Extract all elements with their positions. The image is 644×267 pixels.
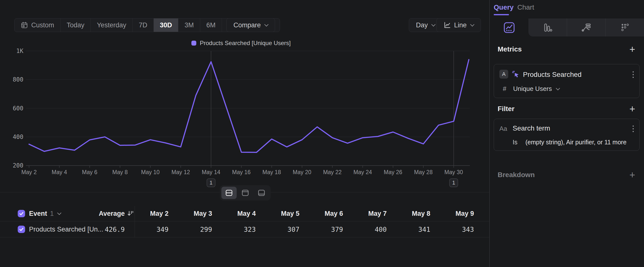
line-chart-icon (444, 22, 451, 29)
svg-text:1: 1 (452, 180, 455, 186)
annotation-badge[interactable]: 1 (207, 179, 215, 187)
legend-label: Products Searched [Unique Users] (200, 40, 291, 47)
annotation-badge[interactable]: 1 (450, 179, 458, 187)
y-tick-label: 1K (16, 48, 23, 55)
tab-chart[interactable]: Chart (517, 4, 534, 11)
event-header[interactable]: Event 1 (29, 206, 61, 221)
range-custom[interactable]: Custom (14, 19, 60, 32)
chevron-down-icon (264, 23, 268, 27)
bar-chart-icon (542, 22, 553, 33)
range-30d[interactable]: 30D (154, 19, 178, 32)
x-tick-label: May 20 (293, 169, 311, 175)
date-column-header[interactable]: May 2 (129, 206, 168, 221)
x-tick-label: May 16 (232, 169, 250, 175)
x-tick-label: May 22 (323, 169, 342, 175)
view-toggle-group (220, 185, 270, 200)
metrics-section-title: Metrics (498, 45, 522, 53)
analytics-app: CustomTodayYesterday7D30D3M6M12MXTD Comp… (0, 0, 644, 267)
row-checkbox[interactable] (18, 226, 25, 233)
value-cell: 343 (435, 221, 474, 237)
add-filter-button[interactable]: + (630, 104, 635, 114)
filter-section-title: Filter (498, 105, 514, 113)
line-chart-square-icon (504, 22, 515, 33)
x-tick-label: May 8 (112, 169, 128, 175)
measure-symbol: # (503, 85, 506, 93)
range-6m[interactable]: 6M (200, 19, 222, 32)
value-cell: 379 (304, 221, 343, 237)
metric-name: Products Searched (523, 71, 582, 79)
text-type-icon: Aa (499, 125, 507, 133)
compare-button[interactable]: Compare (226, 18, 275, 32)
tab-dots-grid[interactable] (606, 19, 644, 37)
table-only-view-button[interactable] (254, 187, 269, 199)
date-column-header[interactable]: May 8 (391, 206, 430, 221)
tab-query[interactable]: Query (494, 4, 514, 11)
breakdown-section-title: Breakdown (498, 171, 535, 179)
y-tick-label: 800 (13, 76, 23, 83)
tab-bar-chart[interactable] (528, 19, 567, 37)
table-row[interactable]: Products Searched [Un... 426.9 349299323… (0, 221, 489, 237)
chevron-down-icon (470, 23, 474, 27)
filter-value[interactable]: (empty string), Air purifier, or 11 more (526, 139, 626, 146)
active-tab-underline (494, 14, 509, 15)
value-cell: 349 (129, 221, 168, 237)
legend-swatch (192, 41, 196, 46)
chart-only-view-button[interactable] (238, 187, 253, 199)
chart-type-tab-strip (490, 19, 644, 37)
kebab-menu-icon[interactable] (632, 125, 634, 134)
chevron-down-icon (432, 23, 436, 27)
row-average: 426.9 (64, 221, 125, 237)
x-tick-label: May 28 (414, 169, 432, 175)
dots-grid-icon (620, 23, 630, 33)
x-tick-label: May 24 (354, 169, 372, 175)
tab-flow[interactable] (567, 19, 606, 37)
cursor-click-icon (512, 70, 520, 80)
date-column-header[interactable]: May 3 (173, 206, 212, 221)
range-yesterday[interactable]: Yesterday (90, 19, 132, 32)
range-7d[interactable]: 7D (132, 19, 154, 32)
chevron-down-icon (57, 211, 61, 215)
series-line[interactable] (29, 60, 469, 152)
date-column-header[interactable]: May 9 (435, 206, 474, 221)
value-cell: 323 (216, 221, 256, 237)
measure-selector[interactable]: Unique Users (513, 85, 560, 93)
table-column-divider (134, 206, 135, 237)
x-tick-label: May 12 (172, 169, 190, 175)
value-cell: 299 (173, 221, 212, 237)
date-column-header[interactable]: May 5 (260, 206, 299, 221)
event-count: 1 (50, 210, 54, 217)
y-tick-label: 600 (13, 105, 23, 112)
range-today[interactable]: Today (60, 19, 90, 32)
chart-type-label: Line (454, 22, 467, 29)
chevron-down-icon (556, 86, 560, 90)
x-tick-label: May 26 (384, 169, 402, 175)
date-column-header[interactable]: May 4 (216, 206, 256, 221)
kebab-menu-icon[interactable] (632, 71, 634, 80)
x-tick-label: May 14 (202, 169, 220, 175)
filter-operator[interactable]: Is (513, 139, 517, 146)
x-tick-label: May 6 (82, 169, 98, 175)
tab-line-chart[interactable] (490, 19, 528, 37)
line-chart[interactable]: 2004006008001KMay 2May 4May 6May 8May 10… (0, 48, 482, 191)
filter-card[interactable]: Aa Search term Is (empty string), Air pu… (494, 119, 640, 151)
date-column-header[interactable]: May 6 (304, 206, 343, 221)
range-3m[interactable]: 3M (178, 19, 200, 32)
x-tick-label: May 2 (22, 169, 37, 175)
x-tick-label: May 10 (141, 169, 160, 175)
event-label: Event (29, 210, 47, 217)
y-tick-label: 200 (13, 162, 23, 169)
split-view-button[interactable] (222, 187, 237, 199)
add-metric-button[interactable]: + (630, 44, 635, 54)
add-breakdown-button[interactable]: + (630, 170, 635, 180)
granularity-label: Day (416, 22, 428, 29)
compare-label: Compare (234, 22, 261, 29)
metric-card[interactable]: A Products Searched # Unique Users (494, 64, 640, 98)
inactive-chart-type-tabs (528, 19, 644, 37)
date-column-header[interactable]: May 7 (347, 206, 387, 221)
chart-type-button[interactable]: Line (436, 18, 481, 32)
value-cell: 307 (260, 221, 299, 237)
table-header-row: Event 1 Average May 2May 3May 4May 5May … (0, 206, 489, 221)
chart-legend[interactable]: Products Searched [Unique Users] (0, 40, 482, 47)
average-header[interactable]: Average (64, 206, 125, 221)
select-all-checkbox[interactable] (18, 210, 25, 217)
